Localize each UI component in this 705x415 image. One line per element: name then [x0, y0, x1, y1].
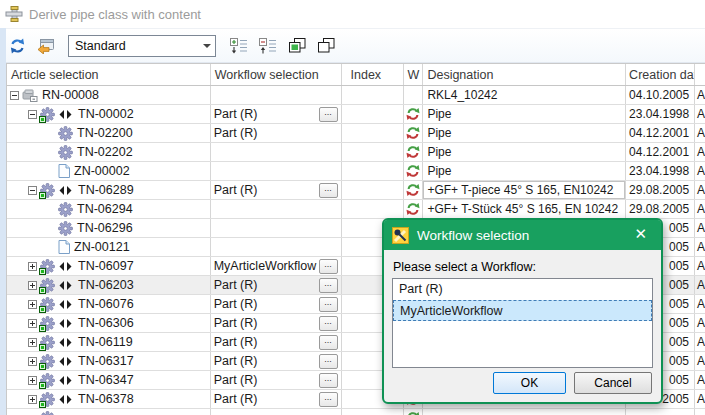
- cell-designation: Pipe: [423, 124, 626, 142]
- workflow-browse-button[interactable]: ...: [319, 278, 338, 293]
- table-row[interactable]: TN-00002Part (R)...Pipe23.04.1998A: [7, 105, 705, 124]
- variant-arrows-icon[interactable]: [59, 338, 72, 347]
- workflow-option[interactable]: Part (R): [393, 279, 652, 300]
- article-number: TN-06119: [78, 335, 133, 349]
- apply-view-icon[interactable]: [34, 34, 58, 58]
- variant-arrows-icon[interactable]: [59, 319, 72, 328]
- workflow-browse-button[interactable]: ...: [319, 354, 338, 369]
- cell-article-selection: ZN-00121: [7, 238, 211, 256]
- variant-arrows-icon[interactable]: [59, 395, 72, 404]
- cell-index: [342, 124, 405, 142]
- variant-arrows-icon[interactable]: [59, 376, 72, 385]
- cell-article-selection: TN-02200: [7, 124, 211, 142]
- column-header-w[interactable]: W: [404, 64, 423, 85]
- variant-arrows-icon[interactable]: [59, 186, 72, 195]
- workflow-value: Part (R): [211, 107, 319, 121]
- cascade-windows-icon[interactable]: [314, 34, 338, 58]
- cascade-windows-filled-icon[interactable]: [285, 34, 309, 58]
- workflow-status-icon: [406, 183, 420, 197]
- variant-arrows-icon[interactable]: [59, 110, 72, 119]
- column-header-designation[interactable]: Designation: [423, 64, 626, 85]
- cell-workflow-selection: Part (R)...: [211, 390, 342, 408]
- cell-partial-column: A: [695, 238, 705, 256]
- variant-arrows-icon[interactable]: [59, 300, 72, 309]
- cell-workflow-status: [404, 124, 423, 142]
- workflow-browse-button[interactable]: ...: [319, 316, 338, 331]
- table-row[interactable]: ZN-00002Pipe23.04.1998A: [7, 162, 705, 181]
- part-active-icon: [40, 335, 55, 350]
- workflow-browse-button[interactable]: ...: [319, 183, 338, 198]
- variant-arrows-icon[interactable]: [59, 281, 72, 290]
- table-row[interactable]: TN-06289Part (R)...+GF+ T-piece 45° S 16…: [7, 181, 705, 200]
- article-number: TN-06289: [78, 183, 134, 197]
- cell-workflow-selection: Part (R)...: [211, 352, 342, 370]
- part-active-icon: [40, 373, 55, 388]
- expand-all-icon[interactable]: [227, 34, 251, 58]
- dialog-prompt-label: Please select a Workflow:: [393, 260, 536, 274]
- cell-article-selection: RN-00008: [7, 86, 211, 104]
- cell-article-selection: TN-06203: [7, 276, 211, 294]
- table-row[interactable]: RN-00008RKL4_1024204.10.2005A: [7, 86, 705, 105]
- cell-partial-column: A: [695, 333, 705, 351]
- cell-workflow-selection: [211, 219, 342, 237]
- cell-creation-date: 29.08.2005: [626, 200, 695, 218]
- refresh-icon[interactable]: [5, 34, 29, 58]
- column-header-partial[interactable]: [695, 64, 705, 85]
- cell-designation: RKL4_10242: [423, 86, 626, 104]
- cell-workflow-selection: Part (R)...: [211, 371, 342, 389]
- part-active-icon: [40, 316, 55, 331]
- cell-index: [342, 181, 405, 199]
- profile-select[interactable]: Standard: [68, 35, 216, 57]
- cell-creation-date: 29.08.2005: [626, 181, 695, 199]
- cell-designation: Pipe: [423, 143, 626, 161]
- collapse-all-icon[interactable]: [256, 34, 280, 58]
- table-header-row: Article selectionWorkflow selectionIndex…: [7, 64, 705, 86]
- part-icon: [58, 126, 73, 141]
- cell-article-selection: TN-06317: [7, 352, 211, 370]
- variant-arrows-icon[interactable]: [59, 262, 72, 271]
- cell-partial-column: A: [695, 200, 705, 218]
- ok-button[interactable]: OK: [493, 372, 566, 394]
- cell-workflow-selection: Part (R): [211, 124, 342, 142]
- close-icon[interactable]: ✕: [630, 224, 651, 244]
- cell-partial-column: A: [695, 143, 705, 161]
- cell-workflow-selection: [211, 143, 342, 161]
- part-active-icon: [40, 411, 55, 415]
- workflow-browse-button[interactable]: ...: [319, 373, 338, 388]
- column-header-workflow-selection[interactable]: Workflow selection: [211, 64, 342, 85]
- cell-article-selection: [7, 409, 211, 415]
- article-number: TN-06076: [78, 297, 134, 311]
- table-row[interactable]: TN-02200Part (R)Pipe04.12.2001A: [7, 124, 705, 143]
- table-row[interactable]: TN-02202Pipe04.12.2001A: [7, 143, 705, 162]
- column-header-creation-date[interactable]: Creation date: [626, 64, 695, 85]
- collapse-toggle-icon[interactable]: [10, 91, 22, 100]
- workflow-browse-button[interactable]: ...: [319, 259, 338, 274]
- article-number: TN-06097: [78, 259, 134, 273]
- table-row[interactable]: [7, 409, 705, 415]
- article-number: RN-00008: [42, 88, 99, 102]
- cancel-button[interactable]: Cancel: [574, 372, 652, 394]
- variant-arrows-icon[interactable]: [59, 357, 72, 366]
- article-number: TN-06296: [77, 221, 133, 235]
- workflow-option[interactable]: MyArticleWorkflow: [393, 300, 652, 321]
- cell-partial-column: A: [695, 371, 705, 389]
- cell-workflow-selection: Part (R)...: [211, 105, 342, 123]
- workflow-browse-button[interactable]: ...: [319, 297, 338, 312]
- workflow-value: MyArticleWorkflow: [211, 259, 319, 273]
- dialog-titlebar[interactable]: Workflow selection ✕: [384, 220, 661, 250]
- column-header-index[interactable]: Index: [342, 64, 405, 85]
- workflow-selection-dialog: Workflow selection ✕ Please select a Wor…: [382, 218, 663, 404]
- workflow-browse-button[interactable]: ...: [319, 107, 338, 122]
- cell-workflow-selection: [211, 409, 342, 415]
- workflow-value: Part (R): [211, 183, 319, 197]
- column-header-article-selection[interactable]: Article selection: [7, 64, 211, 85]
- cell-workflow-selection: Part (R)...: [211, 295, 342, 313]
- cell-designation: [423, 409, 626, 415]
- pipe-class-icon: [22, 89, 38, 102]
- table-row[interactable]: TN-06294+GF+ T-Stück 45° S 165, EN 10242…: [7, 200, 705, 219]
- workflow-browse-button[interactable]: ...: [319, 392, 338, 407]
- cell-partial-column: A: [695, 314, 705, 332]
- article-number: TN-06306: [78, 316, 134, 330]
- workflow-browse-button[interactable]: ...: [319, 335, 338, 350]
- toolbar: Standard: [0, 29, 705, 63]
